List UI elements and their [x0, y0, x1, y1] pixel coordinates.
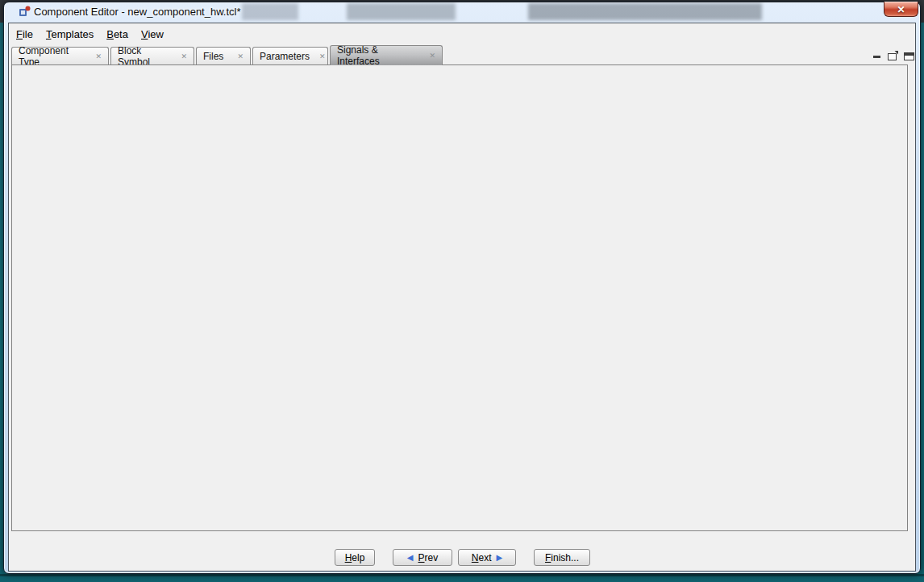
tab-label: Signals & Interfaces [337, 44, 419, 67]
glass-blur-artifact [528, 3, 762, 20]
tab-close-icon[interactable]: ✕ [419, 52, 435, 60]
button-label: Finish... [545, 552, 579, 563]
close-icon: ✕ [897, 4, 905, 15]
background-divider [0, 574, 924, 576]
tab-close-icon[interactable]: ✕ [85, 52, 102, 60]
next-button[interactable]: Next ▶ [458, 549, 516, 566]
tab-label: Parameters [260, 51, 310, 62]
prev-arrow-icon: ◀ [407, 554, 414, 562]
glass-blur-artifact [242, 3, 298, 20]
float-window-icon[interactable] [888, 53, 897, 60]
dock-controls [864, 50, 914, 63]
button-label: Next [472, 552, 492, 563]
menu-templates[interactable]: Templates [40, 27, 99, 42]
tab-parameters[interactable]: Parameters ✕ [252, 47, 328, 64]
maximize-icon[interactable] [904, 52, 914, 60]
window-title: Component Editor - new_component_hw.tcl* [34, 6, 241, 18]
tab-close-icon[interactable]: ✕ [227, 52, 243, 60]
prev-button[interactable]: ◀ Prev [393, 549, 452, 566]
app-icon [19, 6, 31, 17]
menu-view[interactable]: View [135, 27, 169, 42]
button-label: Help [345, 552, 365, 563]
glass-blur-artifact [347, 3, 456, 20]
minimize-icon[interactable] [873, 56, 880, 58]
finish-button[interactable]: Finish... [534, 549, 590, 566]
menu-beta[interactable]: Beta [101, 27, 134, 42]
tab-signals-interfaces[interactable]: Signals & Interfaces ✕ [330, 45, 443, 65]
tab-files[interactable]: Files ✕ [196, 47, 251, 64]
tab-close-icon[interactable]: ✕ [310, 52, 326, 60]
tab-component-type[interactable]: Component Type ✕ [11, 47, 109, 64]
menu-file[interactable]: File [10, 27, 39, 42]
tab-block-symbol[interactable]: Block Symbol ✕ [110, 47, 194, 64]
next-arrow-icon: ▶ [496, 554, 502, 562]
screen: Component Editor - new_component_hw.tcl*… [0, 0, 924, 582]
help-button[interactable]: Help [335, 549, 375, 566]
close-button[interactable]: ✕ [884, 2, 918, 17]
main-frame [11, 64, 908, 531]
menubar: File Templates Beta View [10, 25, 169, 43]
tab-close-icon[interactable]: ✕ [171, 52, 187, 60]
button-label: Prev [418, 552, 439, 563]
tab-label: Files [203, 51, 223, 62]
